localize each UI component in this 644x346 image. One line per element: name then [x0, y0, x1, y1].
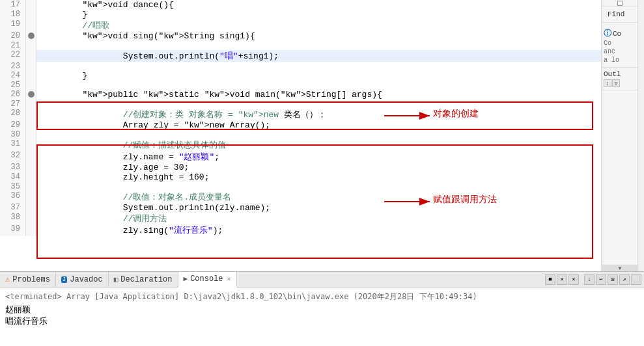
close-console-button[interactable]: ✕ — [568, 274, 579, 285]
line-content: zly.name = "赵丽颖"; — [36, 151, 601, 163]
line-marker — [26, 0, 36, 10]
line-marker — [26, 90, 36, 100]
code-line: 30 — [0, 130, 601, 139]
expand-dot — [28, 33, 35, 39]
tab-declaration[interactable]: ◧ Declaration — [109, 272, 178, 287]
line-marker — [26, 100, 36, 109]
line-marker — [26, 163, 36, 172]
vertical-scrollbar[interactable] — [637, 0, 644, 271]
line-marker — [26, 109, 36, 120]
console-close-icon[interactable]: ✕ — [227, 275, 231, 283]
line-content: zly.sing("流行音乐"); — [36, 224, 601, 236]
code-line: 31 //赋值：描述状态具体的值 — [0, 139, 601, 151]
line-number: 30 — [0, 130, 26, 139]
pin-console-button[interactable]: ↗ — [619, 274, 630, 285]
line-content — [36, 182, 601, 191]
tab-bar: ⚠ Problems J Javadoc ◧ Declaration ▶ Con… — [0, 272, 644, 287]
line-marker — [26, 71, 36, 81]
line-number: 17 — [0, 0, 26, 10]
line-marker — [26, 62, 36, 71]
line-content — [36, 130, 601, 139]
line-number: 39 — [0, 224, 26, 236]
word-wrap-button[interactable]: ↩ — [596, 274, 606, 285]
code-line: 23 — [0, 62, 601, 71]
code-line: 21 — [0, 41, 601, 50]
line-number: 23 — [0, 62, 26, 71]
line-content: zly.age = 30; — [36, 163, 601, 172]
line-number: 19 — [0, 20, 26, 31]
line-number: 21 — [0, 41, 26, 50]
line-number: 31 — [0, 139, 26, 151]
line-marker — [26, 213, 36, 224]
console-output-line2: 唱流行音乐 — [5, 315, 639, 327]
code-panel[interactable]: 17 "kw">void dance(){18 }19 //唱歌20 "kw">… — [0, 0, 602, 271]
line-number: 27 — [0, 100, 26, 109]
stop-button[interactable]: ■ — [545, 274, 555, 285]
main-container: 17 "kw">void dance(){18 }19 //唱歌20 "kw">… — [0, 0, 644, 346]
code-line: 19 //唱歌 — [0, 20, 601, 31]
line-number: 33 — [0, 163, 26, 172]
line-marker — [26, 182, 36, 191]
problems-icon: ⚠ — [5, 274, 10, 284]
find-button[interactable]: Find — [605, 9, 635, 20]
code-line: 32 zly.name = "赵丽颖"; — [0, 151, 601, 163]
code-line: 27 — [0, 100, 601, 109]
line-content — [36, 62, 601, 71]
code-line: 29 Array zly = "kw">new Array(); — [0, 120, 601, 130]
line-number: 35 — [0, 182, 26, 191]
line-content: Array zly = "kw">new Array(); — [36, 120, 601, 130]
code-line: 25 — [0, 81, 601, 90]
line-content: zly.height = 160; — [36, 172, 601, 182]
outl-section[interactable]: Outl ↕ ▽ — [602, 68, 637, 90]
line-marker — [26, 172, 36, 182]
clear-button[interactable]: ✕ — [557, 274, 567, 285]
scrollbar-down[interactable]: ▼ — [602, 265, 637, 271]
code-line: 28 //创建对象：类 对象名称 = "kw">new 类名（）； — [0, 109, 601, 120]
code-line: 22 System.out.println("唱"+sing1); — [0, 50, 601, 62]
code-line: 37 System.out.println(zly.name); — [0, 203, 601, 213]
line-marker — [26, 203, 36, 213]
console-icon: ▶ — [184, 274, 188, 283]
line-marker — [26, 50, 36, 62]
line-number: 28 — [0, 109, 26, 120]
line-marker — [26, 10, 36, 20]
line-number: 26 — [0, 90, 26, 100]
sort-icon[interactable]: ↕ — [604, 79, 611, 87]
line-number: 25 — [0, 81, 26, 90]
declaration-icon: ◧ — [114, 275, 119, 284]
line-marker — [26, 191, 36, 203]
line-number: 22 — [0, 50, 26, 62]
line-number: 24 — [0, 71, 26, 81]
code-line: 26 "kw">public "kw">static "kw">void mai… — [0, 90, 601, 100]
tab-javadoc[interactable]: J Javadoc — [56, 272, 109, 287]
console-content: <terminated> Array [Java Application] D:… — [0, 287, 644, 346]
code-line: 36 //取值：对象名.成员变量名 — [0, 191, 601, 203]
tab-console[interactable]: ▶ Console ✕ — [178, 272, 237, 287]
code-line: 34 zly.height = 160; — [0, 172, 601, 182]
line-marker — [26, 139, 36, 151]
annotation-create: 对象的创建 — [433, 108, 479, 120]
line-content — [36, 81, 601, 90]
maximize-button[interactable]: ⬜ — [631, 274, 641, 285]
code-line: 20 "kw">void sing("kw">String sing1){ — [0, 31, 601, 41]
scroll-lock-button[interactable]: ↓ — [584, 274, 595, 285]
tab-problems[interactable]: ⚠ Problems — [0, 272, 56, 287]
line-number: 34 — [0, 172, 26, 182]
annotation-assign: 赋值跟调用方法 — [433, 194, 497, 206]
code-line: 33 zly.age = 30; — [0, 163, 601, 172]
line-marker — [26, 20, 36, 31]
code-line: 35 — [0, 182, 601, 191]
line-marker — [26, 120, 36, 130]
line-number: 29 — [0, 120, 26, 130]
co-section[interactable]: ⓘ Co Coanca lo — [602, 25, 637, 68]
line-content: "kw">public "kw">static "kw">void main("… — [36, 90, 601, 100]
line-marker — [26, 130, 36, 139]
console-toolbar-buttons: ■ ✕ ✕ ↓ ↩ ⊡ ↗ ⬜ — [542, 274, 644, 285]
line-content: //调用方法 — [36, 213, 601, 224]
code-line: 18 } — [0, 10, 601, 20]
line-content: //赋值：描述状态具体的值 — [36, 139, 601, 151]
find-section[interactable]: Find — [602, 7, 637, 23]
code-line: 17 "kw">void dance(){ — [0, 0, 601, 10]
filter-icon[interactable]: ▽ — [612, 79, 620, 87]
open-console-button[interactable]: ⊡ — [608, 274, 618, 285]
